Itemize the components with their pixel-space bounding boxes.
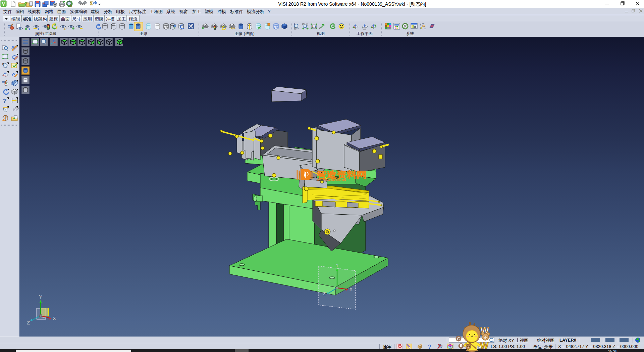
- svg-text:Y: Y: [39, 294, 42, 300]
- svg-text:C: C: [457, 336, 460, 341]
- svg-text:?: ?: [428, 344, 431, 350]
- svg-text:W: W: [480, 341, 489, 351]
- svg-text:Z: Z: [323, 291, 326, 296]
- svg-text:INTELLIGENT MANUFACTURING DATA: INTELLIGENT MANUFACTURING DATA: [317, 179, 346, 181]
- svg-text:X: X: [350, 287, 353, 292]
- svg-text:Z: Z: [27, 320, 30, 325]
- svg-text:智造资料网: 智造资料网: [316, 170, 367, 180]
- svg-text:X: X: [53, 315, 56, 321]
- svg-text:Y: Y: [336, 263, 339, 268]
- svg-text:?: ?: [3, 98, 6, 104]
